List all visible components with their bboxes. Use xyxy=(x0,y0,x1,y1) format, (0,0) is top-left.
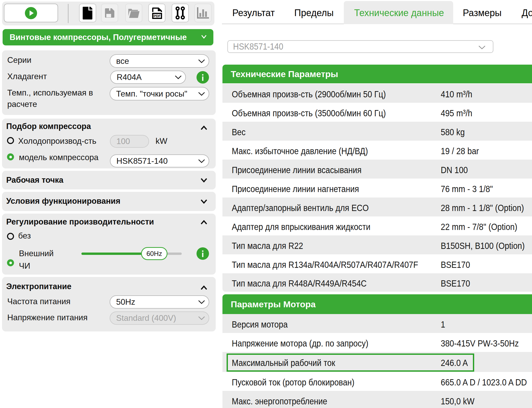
svg-text:PDF: PDF xyxy=(154,14,161,18)
